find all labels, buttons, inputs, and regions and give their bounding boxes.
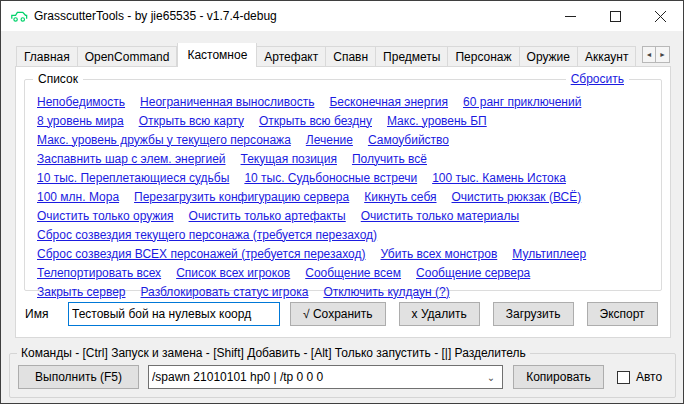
window-title: GrasscutterTools - by jie65535 - v1.7.4-… [34,9,277,23]
list-groupbox-title: Список [33,72,83,86]
tab-page-custom: Список Сбросить НепобедимостьНеограничен… [15,66,671,338]
tab-scroll-left-icon[interactable]: ◄ [642,46,656,63]
command-link[interactable]: Получить всё [352,152,427,166]
command-link[interactable]: Сообщение всем [305,266,401,280]
command-link[interactable]: Отключить кулдаун (?) [323,285,449,299]
command-link[interactable]: Очистить рюкзак (ВСЁ) [452,190,582,204]
tab-4[interactable]: Артефакт [257,46,326,67]
command-link[interactable]: Очистить только оружия [37,209,174,223]
link-row: Очистить только оружияОчистить только ар… [37,206,649,225]
reset-link-wrap: Сбросить [566,72,629,86]
link-row: Сброс созвездия текущего персонажа (треб… [37,225,649,244]
title-bar[interactable]: GrasscutterTools - by jie65535 - v1.7.4-… [1,1,683,31]
command-link[interactable]: Бесконечная энергия [329,95,448,109]
command-link[interactable]: Список всех игроков [176,266,290,280]
commands-row: Выполнить (F5) /spawn 21010101 hp0 | /tp… [18,365,667,389]
command-link[interactable]: Сообщение сервера [416,266,530,280]
name-label: Имя [24,307,68,321]
commands-groupbox: Команды - [Ctrl] Запуск и замена - [Shif… [9,353,676,398]
command-link[interactable]: Очистить только артефакты [189,209,346,223]
name-buttons: √ Сохранитьx УдалитьЗагрузитьЭкспорт [290,302,658,326]
close-icon[interactable] [638,1,683,31]
command-link[interactable]: Закрыть сервер [37,285,126,299]
command-link[interactable]: Заспавнить шар с элем. энергией [37,152,226,166]
tab-1[interactable]: Главная [16,46,78,67]
tab-scroll-buttons: ◄ ► [642,46,670,63]
command-link[interactable]: Самоубийство [368,133,449,147]
tab-strip: ГлавнаяOpenCommandКастомноеАртефактСпавн… [16,43,641,67]
app-window: GrasscutterTools - by jie65535 - v1.7.4-… [0,0,684,404]
tab-3[interactable]: Кастомное [177,43,257,67]
command-combobox[interactable]: /spawn 21010101 hp0 | /tp 0 0 0 ⌄ [148,365,503,389]
command-link[interactable]: Кикнуть себя [364,190,436,204]
link-row: 8 уровень мираОткрыть всю картуОткрыть в… [37,111,649,130]
reset-link[interactable]: Сбросить [571,72,624,86]
command-link[interactable]: Перезагрузить конфигурацию сервера [134,190,349,204]
command-link[interactable]: Сброс созвездия ВСЕХ персонажей (требует… [37,247,365,261]
command-link[interactable]: Очистить только материалы [361,209,519,223]
tab-7[interactable]: Персонаж [448,46,519,67]
save-button[interactable]: √ Сохранить [290,302,386,326]
link-row: 10 тыс. Переплетающиеся судьбы10 тыс. Су… [37,168,649,187]
command-link[interactable]: Убить всех монстров [380,247,497,261]
minimize-icon[interactable] [548,1,593,31]
auto-checkbox[interactable] [617,371,630,384]
maximize-icon[interactable] [593,1,638,31]
command-link[interactable]: Мультиплеер [512,247,586,261]
chevron-down-icon[interactable]: ⌄ [483,372,499,383]
command-link[interactable]: Непобедимость [37,95,125,109]
link-row: Сброс созвездия ВСЕХ персонажей (требует… [37,244,649,263]
command-link-list: НепобедимостьНеограниченная выносливость… [25,80,661,301]
commands-groupbox-title: Команды - [Ctrl] Запуск и замена - [Shif… [17,346,530,360]
command-link[interactable]: Макс. уровень БП [387,114,487,128]
link-row: Закрыть серверРазблокировать статус игро… [37,282,649,301]
command-link[interactable]: Макс. уровень дружбы у текущего персонаж… [37,133,291,147]
copy-button[interactable]: Копировать [513,365,604,389]
link-row: НепобедимостьНеограниченная выносливость… [37,92,649,111]
command-link[interactable]: Неограниченная выносливость [140,95,314,109]
window-controls [548,1,683,31]
command-link[interactable]: 60 ранг приключений [463,95,581,109]
command-link[interactable]: Разблокировать статус игрока [141,285,309,299]
command-link[interactable]: 10 тыс. Судьбоносные встречи [244,171,417,185]
auto-checkbox-label: Авто [636,370,662,384]
name-row: Имя √ Сохранитьx УдалитьЗагрузитьЭкспорт [24,301,664,327]
command-link[interactable]: Телепортировать всех [37,266,161,280]
tab-scroll-right-icon[interactable]: ► [656,46,670,63]
command-link[interactable]: Сброс созвездия текущего персонажа (треб… [37,228,377,242]
run-button[interactable]: Выполнить (F5) [18,365,139,389]
command-link[interactable]: 100 тыс. Камень Истока [432,171,566,185]
command-link[interactable]: 8 уровень мира [37,114,124,128]
tab-5[interactable]: Спавн [326,46,376,67]
link-row: Телепортировать всехСписок всех игроковС… [37,263,649,282]
app-logo-car-icon [10,9,28,23]
command-link[interactable]: 100 млн. Мора [37,190,119,204]
link-row: Заспавнить шар с элем. энергиейТекущая п… [37,149,649,168]
tab-6[interactable]: Предметы [376,46,448,67]
command-link[interactable]: 10 тыс. Переплетающиеся судьбы [37,171,229,185]
export-button[interactable]: Экспорт [587,302,658,326]
command-link[interactable]: Текущая позиция [241,152,337,166]
command-link[interactable]: Открыть всю бездну [259,114,372,128]
link-row: 100 млн. МораПерезагрузить конфигурацию … [37,187,649,206]
load-button[interactable]: Загрузить [493,302,574,326]
command-link[interactable]: Лечение [306,133,353,147]
link-row: Макс. уровень дружбы у текущего персонаж… [37,130,649,149]
list-groupbox: Список Сбросить НепобедимостьНеограничен… [24,79,662,291]
name-input[interactable] [68,302,280,326]
command-combobox-value: /spawn 21010101 hp0 | /tp 0 0 0 [152,370,483,384]
auto-checkbox-group: Авто [617,370,662,384]
delete-button[interactable]: x Удалить [399,302,480,326]
tab-2[interactable]: OpenCommand [78,46,178,67]
command-link[interactable]: Открыть всю карту [139,114,244,128]
tab-8[interactable]: Оружие [520,46,578,67]
tab-9[interactable]: Аккаунт [578,46,636,67]
